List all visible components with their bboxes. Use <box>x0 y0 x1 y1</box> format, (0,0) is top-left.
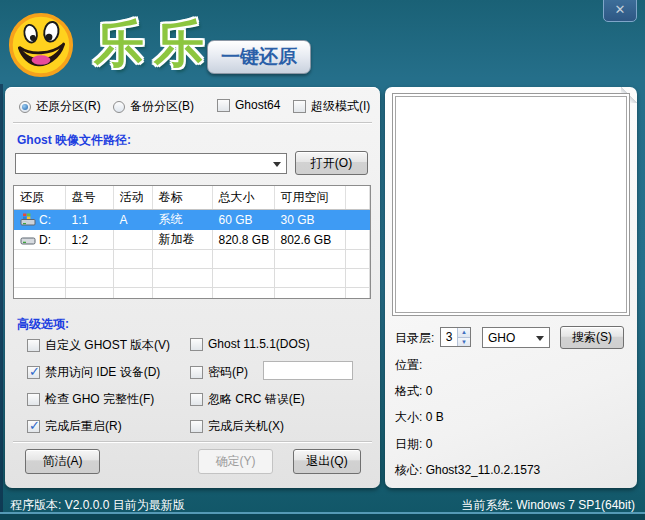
table-empty-row <box>14 288 370 300</box>
checkbox-password-label: 密码(P) <box>208 364 248 381</box>
spinner-up-icon[interactable]: ▲ <box>458 328 470 337</box>
col-restore[interactable]: 还原 <box>14 186 65 210</box>
checkbox-disable-ide[interactable]: 禁用访问 IDE 设备(D) <box>27 364 160 381</box>
checkbox-ignore-crc[interactable]: 忽略 CRC 错误(E) <box>190 391 305 408</box>
checkbox-icon <box>190 338 203 351</box>
radio-icon <box>113 101 125 113</box>
cell-disk-no: 1:2 <box>65 230 113 250</box>
system-disk-icon <box>20 213 36 226</box>
table-header-row: 还原 盘号 活动 卷标 总大小 可用空间 <box>14 186 370 210</box>
close-icon: ✕ <box>615 2 626 17</box>
exit-button-label: 退出(Q) <box>306 453 347 470</box>
checkbox-icon <box>27 420 40 433</box>
table-row-c-drive[interactable]: C: 1:1 A 系统 60 GB 30 GB <box>14 210 370 230</box>
chevron-down-icon <box>273 162 281 167</box>
radio-restore-partition[interactable]: 还原分区(R) <box>19 98 101 115</box>
checkbox-icon <box>217 99 230 112</box>
table-empty-row <box>14 269 370 288</box>
checkbox-super-mode[interactable]: 超级模式(I) <box>293 98 370 115</box>
cell-active <box>113 230 152 250</box>
checkbox-super-mode-label: 超级模式(I) <box>311 98 370 115</box>
checkbox-custom-ghost-label: 自定义 GHOST 版本(V) <box>45 337 170 354</box>
col-volume[interactable]: 卷标 <box>152 186 212 210</box>
checkbox-icon <box>190 420 203 433</box>
info-size: 大小: 0 B <box>395 409 444 426</box>
radio-backup-label: 备份分区(B) <box>130 98 194 115</box>
checkbox-reboot-after-label: 完成后重启(R) <box>45 418 122 435</box>
simple-mode-button[interactable]: 简洁(A) <box>25 449 100 474</box>
ghost-path-combobox[interactable] <box>15 153 287 174</box>
col-free[interactable]: 可用空间 <box>274 186 345 210</box>
search-button[interactable]: 搜索(S) <box>560 326 624 349</box>
cell-total: 60 GB <box>212 210 274 230</box>
radio-backup-partition[interactable]: 备份分区(B) <box>113 98 194 115</box>
checkbox-icon <box>27 393 40 406</box>
cell-free: 30 GB <box>274 210 345 230</box>
checkbox-ghost-1151-label: Ghost 11.5.1(DOS) <box>208 337 310 351</box>
simple-mode-button-label: 简洁(A) <box>43 453 83 470</box>
extension-value: GHO <box>488 331 515 345</box>
extension-dropdown[interactable]: GHO <box>482 327 550 348</box>
disk-icon <box>20 233 36 246</box>
divider <box>13 122 372 123</box>
checkbox-disable-ide-label: 禁用访问 IDE 设备(D) <box>45 364 160 381</box>
password-input[interactable] <box>263 361 353 380</box>
exit-button[interactable]: 退出(Q) <box>293 449 361 474</box>
checkbox-ghost64-label: Ghost64 <box>235 98 280 112</box>
cell-volume: 系统 <box>152 210 212 230</box>
info-date: 日期: 0 <box>395 436 432 453</box>
open-button-label: 打开(O) <box>311 155 352 172</box>
cell-active: A <box>113 210 152 230</box>
table-empty-row <box>14 250 370 269</box>
search-button-label: 搜索(S) <box>572 329 612 346</box>
col-active[interactable]: 活动 <box>113 186 152 210</box>
col-filler <box>345 186 370 210</box>
info-kernel: 核心: Ghost32_11.0.2.1573 <box>395 462 540 479</box>
spinner-down-icon[interactable]: ▼ <box>458 337 470 347</box>
cell-disk-no: 1:1 <box>65 210 113 230</box>
info-location: 位置: <box>395 357 422 374</box>
checkbox-ghost64[interactable]: Ghost64 <box>217 98 280 112</box>
ghost-path-label: Ghost 映像文件路径: <box>17 132 131 149</box>
app-subtitle-badge: 一键还原 <box>207 40 311 74</box>
main-panel: 还原分区(R) 备份分区(B) Ghost64 超级模式(I) Ghost 映像… <box>5 87 380 488</box>
info-format: 格式: 0 <box>395 383 432 400</box>
cell-volume: 新加卷 <box>152 230 212 250</box>
chevron-down-icon <box>536 336 544 341</box>
cell-restore: C: <box>39 213 51 227</box>
window-edge <box>0 514 645 520</box>
disk-table: 还原 盘号 活动 卷标 总大小 可用空间 <box>13 185 371 299</box>
dir-level-stepper[interactable]: 3 ▲ ▼ <box>440 327 471 347</box>
checkbox-ignore-crc-label: 忽略 CRC 错误(E) <box>208 391 305 408</box>
advanced-options-label: 高级选项: <box>17 316 69 333</box>
checkbox-icon <box>293 100 306 113</box>
checkbox-icon <box>190 393 203 406</box>
cell-restore: D: <box>39 233 51 247</box>
checkbox-icon <box>190 366 203 379</box>
image-file-listbox[interactable] <box>392 93 630 316</box>
window-edge <box>0 84 3 520</box>
checkbox-reboot-after[interactable]: 完成后重启(R) <box>27 418 122 435</box>
checkbox-icon <box>27 366 40 379</box>
smiley-logo-icon <box>8 12 74 78</box>
checkbox-password[interactable]: 密码(P) <box>190 364 248 381</box>
dir-level-label: 目录层: <box>395 330 434 347</box>
radio-restore-label: 还原分区(R) <box>36 98 101 115</box>
browser-panel: 目录层: 3 ▲ ▼ GHO 搜索(S) 位置: 格式: 0 大小: 0 B 日… <box>385 87 637 488</box>
ok-button[interactable]: 确定(Y) <box>198 449 273 474</box>
table-row-d-drive[interactable]: D: 1:2 新加卷 820.8 GB 802.6 GB <box>14 230 370 250</box>
divider <box>13 441 372 442</box>
dir-level-value: 3 <box>441 328 457 346</box>
checkbox-icon <box>27 339 40 352</box>
checkbox-verify-gho-label: 检查 GHO 完整性(F) <box>45 391 154 408</box>
checkbox-shutdown-after[interactable]: 完成后关机(X) <box>190 418 284 435</box>
checkbox-custom-ghost[interactable]: 自定义 GHOST 版本(V) <box>27 337 170 354</box>
col-total[interactable]: 总大小 <box>212 186 274 210</box>
col-disk-no[interactable]: 盘号 <box>65 186 113 210</box>
open-button[interactable]: 打开(O) <box>295 151 368 175</box>
checkbox-ghost-1151-dos[interactable]: Ghost 11.5.1(DOS) <box>190 337 310 351</box>
close-button[interactable]: ✕ <box>603 0 637 22</box>
checkbox-verify-gho[interactable]: 检查 GHO 完整性(F) <box>27 391 154 408</box>
radio-icon <box>19 101 31 113</box>
app-window: 乐乐 一键还原 ✕ 还原分区(R) 备份分区(B) Ghost64 超级模式(I… <box>0 0 645 520</box>
